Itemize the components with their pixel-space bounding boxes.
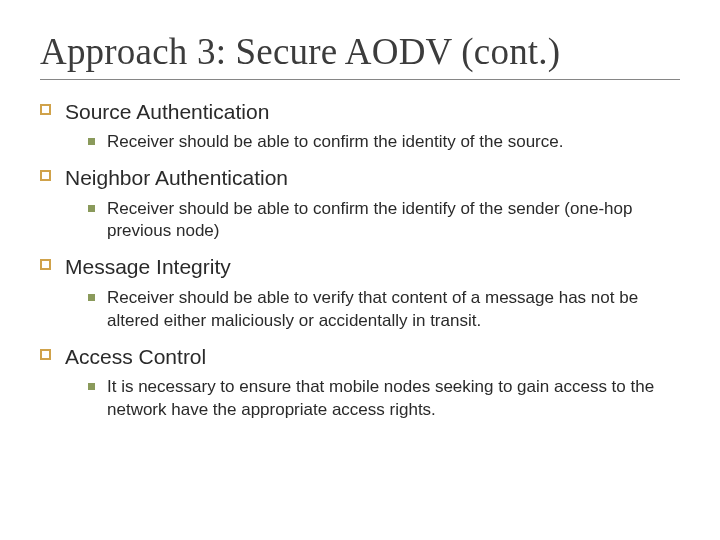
section-neighbor-authentication: Neighbor Authentication: [40, 164, 680, 191]
square-bullet-icon: [40, 259, 51, 270]
square-bullet-icon: [40, 104, 51, 115]
section-body-row: Receiver should be able to confirm the i…: [88, 198, 670, 244]
square-bullet-icon: [40, 170, 51, 181]
section-access-control: Access Control: [40, 343, 680, 370]
section-body-row: Receiver should be able to verify that c…: [88, 287, 670, 333]
small-square-bullet-icon: [88, 205, 95, 212]
section-heading: Message Integrity: [65, 253, 231, 280]
section-body: It is necessary to ensure that mobile no…: [107, 376, 670, 422]
section-body-row: Receiver should be able to confirm the i…: [88, 131, 670, 154]
small-square-bullet-icon: [88, 383, 95, 390]
section-body: Receiver should be able to verify that c…: [107, 287, 670, 333]
section-body: Receiver should be able to confirm the i…: [107, 131, 563, 154]
slide-title: Approach 3: Secure AODV (cont.): [40, 30, 680, 73]
section-body: Receiver should be able to confirm the i…: [107, 198, 670, 244]
title-underline: [40, 79, 680, 80]
slide: Approach 3: Secure AODV (cont.) Source A…: [0, 0, 720, 540]
small-square-bullet-icon: [88, 138, 95, 145]
section-body-row: It is necessary to ensure that mobile no…: [88, 376, 670, 422]
section-heading: Neighbor Authentication: [65, 164, 288, 191]
section-heading: Source Authentication: [65, 98, 269, 125]
section-message-integrity: Message Integrity: [40, 253, 680, 280]
small-square-bullet-icon: [88, 294, 95, 301]
section-source-authentication: Source Authentication: [40, 98, 680, 125]
section-heading: Access Control: [65, 343, 206, 370]
square-bullet-icon: [40, 349, 51, 360]
